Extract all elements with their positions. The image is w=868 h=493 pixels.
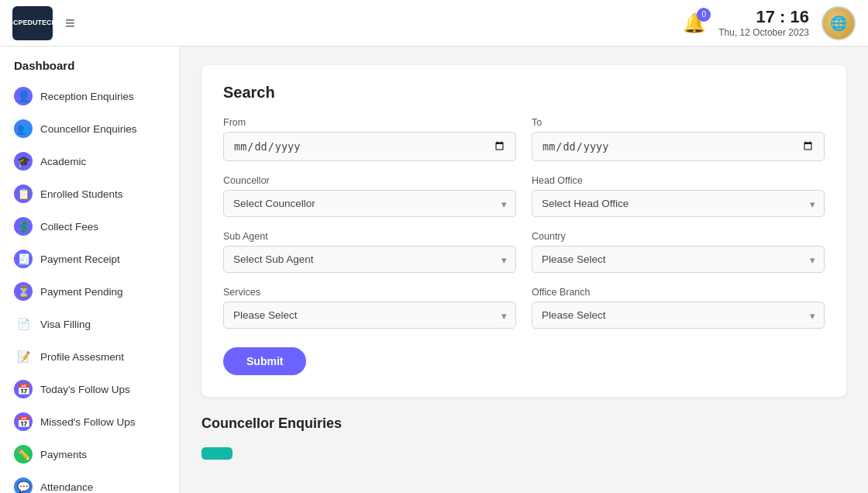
todays-followups-icon: 📅 — [14, 380, 33, 398]
country-select[interactable]: Please Select — [532, 246, 825, 273]
sub-agent-select-wrapper: Select Sub Agent — [223, 246, 516, 273]
sidebar-item-visa-filling[interactable]: 📄 Visa Filling — [0, 308, 179, 340]
enrolled-students-icon: 📋 — [14, 184, 33, 203]
topbar: SCP EDUTECH ≡ 🔔 0 17 : 16 Thu, 12 Octobe… — [0, 0, 868, 47]
office-branch-select-wrapper: Please Select — [532, 302, 825, 329]
sidebar-label-payment-receipt: Payment Receipt — [40, 253, 165, 265]
sidebar-title: Dashboard — [0, 56, 179, 80]
services-select[interactable]: Please Select — [223, 302, 516, 329]
profile-assesment-icon: 📝 — [14, 347, 33, 366]
date-display: Thu, 12 October 2023 — [718, 27, 809, 38]
sidebar-item-profile-assesment[interactable]: 📝 Profile Assesment — [0, 340, 179, 373]
councellor-select-wrapper: Select Councellor — [223, 190, 516, 217]
councellor-enquiries-button[interactable] — [202, 447, 232, 460]
sidebar-item-enrolled-students[interactable]: 📋 Enrolled Students — [0, 178, 179, 210]
missed-followups-icon: 📅 — [14, 412, 33, 431]
visa-filling-icon: 📄 — [14, 315, 33, 333]
avatar[interactable]: 🌐 — [822, 6, 856, 40]
services-select-wrapper: Please Select — [223, 302, 516, 329]
sidebar-label-payments: Payments — [40, 449, 165, 460]
head-office-select-wrapper: Select Head Office — [532, 190, 825, 217]
submit-button[interactable]: Submit — [223, 347, 306, 375]
collect-fees-icon: 💲 — [14, 217, 33, 236]
country-group: Country Please Select — [532, 231, 825, 273]
sidebar-item-payment-pending[interactable]: ⏳ Payment Pending — [0, 275, 179, 308]
sidebar-item-payments[interactable]: ✏️ Payments — [0, 438, 179, 471]
hamburger-button[interactable]: ≡ — [62, 10, 78, 36]
head-office-select[interactable]: Select Head Office — [532, 190, 825, 217]
sub-agent-select[interactable]: Select Sub Agent — [223, 246, 516, 273]
sidebar-label-enrolled-students: Enrolled Students — [40, 188, 165, 200]
search-card: Search From To Councellor Se — [202, 65, 846, 397]
sub-agent-group: Sub Agent Select Sub Agent — [223, 231, 516, 273]
topbar-left: SCP EDUTECH ≡ — [12, 6, 78, 40]
sidebar-label-todays-followups: Today's Follow Ups — [40, 384, 165, 395]
country-label: Country — [532, 231, 825, 242]
topbar-right: 🔔 0 17 : 16 Thu, 12 October 2023 🌐 — [683, 6, 856, 40]
sidebar-label-profile-assesment: Profile Assesment — [40, 351, 165, 363]
payments-icon: ✏️ — [14, 445, 33, 464]
sidebar-item-attendance[interactable]: 💬 Attendance — [0, 471, 179, 493]
sidebar-item-academic[interactable]: 🎓 Academic — [0, 145, 179, 178]
services-label: Services — [223, 287, 516, 298]
form-row-councellor-headoffice: Councellor Select Councellor Head Office… — [223, 175, 825, 217]
office-branch-group: Office Branch Please Select — [532, 287, 825, 329]
form-row-dates: From To — [223, 117, 825, 161]
from-label: From — [223, 117, 516, 128]
office-branch-label: Office Branch — [532, 287, 825, 298]
councellor-enquiries-icon: 👥 — [14, 119, 33, 138]
sidebar-item-collect-fees[interactable]: 💲 Collect Fees — [0, 210, 179, 243]
sidebar-label-attendance: Attendance — [40, 481, 165, 493]
councellor-enquiries-title: Councellor Enquiries — [202, 415, 846, 432]
sidebar-item-todays-followups[interactable]: 📅 Today's Follow Ups — [0, 373, 179, 405]
sub-agent-label: Sub Agent — [223, 231, 516, 242]
time-display: 17 : 16 — [718, 8, 809, 26]
sidebar-label-missed-followups: Missed's Follow Ups — [40, 416, 165, 428]
form-row-services-branch: Services Please Select Office Branch Ple… — [223, 287, 825, 329]
main-content: Search From To Councellor Se — [180, 47, 868, 493]
sidebar-label-collect-fees: Collect Fees — [40, 221, 165, 233]
search-title: Search — [223, 84, 825, 102]
councellor-enquiries-section: Councellor Enquiries — [202, 415, 846, 460]
sidebar: Dashboard 👤 Reception Enquiries 👥 Counce… — [0, 47, 180, 493]
councellor-group: Councellor Select Councellor — [223, 175, 516, 217]
attendance-icon: 💬 — [14, 477, 33, 493]
head-office-label: Head Office — [532, 175, 825, 186]
to-group: To — [532, 117, 825, 161]
notification-badge: 0 — [697, 8, 711, 22]
sidebar-item-reception-enquiries[interactable]: 👤 Reception Enquiries — [0, 80, 179, 112]
head-office-group: Head Office Select Head Office — [532, 175, 825, 217]
to-input[interactable] — [532, 132, 825, 161]
sidebar-label-reception-enquiries: Reception Enquiries — [40, 91, 165, 102]
academic-icon: 🎓 — [14, 152, 33, 171]
from-input[interactable] — [223, 132, 516, 161]
sidebar-label-academic: Academic — [40, 156, 165, 167]
logo: SCP EDUTECH — [12, 6, 53, 40]
notification-bell[interactable]: 🔔 0 — [683, 12, 706, 34]
form-row-subagent-country: Sub Agent Select Sub Agent Country Pleas… — [223, 231, 825, 273]
sidebar-label-visa-filling: Visa Filling — [40, 319, 165, 330]
time-block: 17 : 16 Thu, 12 October 2023 — [718, 8, 809, 37]
services-group: Services Please Select — [223, 287, 516, 329]
reception-enquiries-icon: 👤 — [14, 87, 33, 105]
payment-pending-icon: ⏳ — [14, 282, 33, 301]
to-label: To — [532, 117, 825, 128]
country-select-wrapper: Please Select — [532, 246, 825, 273]
sidebar-item-missed-followups[interactable]: 📅 Missed's Follow Ups — [0, 405, 179, 438]
payment-receipt-icon: 🧾 — [14, 250, 33, 268]
sidebar-label-councellor-enquiries: Councellor Enquiries — [40, 123, 165, 135]
office-branch-select[interactable]: Please Select — [532, 302, 825, 329]
sidebar-item-payment-receipt[interactable]: 🧾 Payment Receipt — [0, 243, 179, 275]
layout: Dashboard 👤 Reception Enquiries 👥 Counce… — [0, 47, 868, 493]
sidebar-item-councellor-enquiries[interactable]: 👥 Councellor Enquiries — [0, 112, 179, 145]
councellor-select[interactable]: Select Councellor — [223, 190, 516, 217]
sidebar-label-payment-pending: Payment Pending — [40, 286, 165, 298]
from-group: From — [223, 117, 516, 161]
councellor-label: Councellor — [223, 175, 516, 186]
